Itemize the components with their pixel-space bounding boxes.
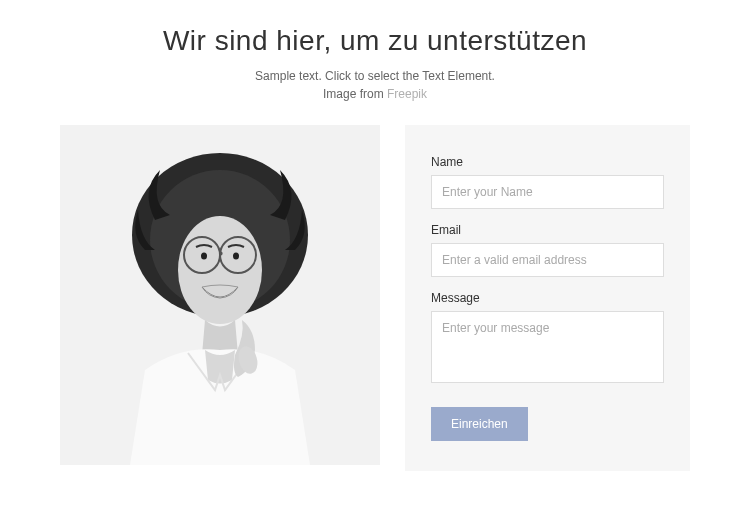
svg-point-7 — [201, 253, 207, 260]
email-label: Email — [431, 223, 664, 237]
subtitle-line2-prefix: Image from — [323, 87, 387, 101]
subtitle: Sample text. Click to select the Text El… — [60, 67, 690, 103]
name-group: Name — [431, 155, 664, 209]
message-input[interactable] — [431, 311, 664, 383]
freepik-link[interactable]: Freepik — [387, 87, 427, 101]
email-group: Email — [431, 223, 664, 277]
name-label: Name — [431, 155, 664, 169]
svg-point-8 — [233, 253, 239, 260]
page-title: Wir sind hier, um zu unterstützen — [60, 25, 690, 57]
submit-button[interactable]: Einreichen — [431, 407, 528, 441]
subtitle-line1[interactable]: Sample text. Click to select the Text El… — [255, 69, 495, 83]
message-group: Message — [431, 291, 664, 387]
message-label: Message — [431, 291, 664, 305]
hero-image — [60, 125, 380, 465]
name-input[interactable] — [431, 175, 664, 209]
header: Wir sind hier, um zu unterstützen Sample… — [60, 25, 690, 103]
email-input[interactable] — [431, 243, 664, 277]
content-row: Name Email Message Einreichen — [60, 125, 690, 471]
contact-form-panel: Name Email Message Einreichen — [405, 125, 690, 471]
